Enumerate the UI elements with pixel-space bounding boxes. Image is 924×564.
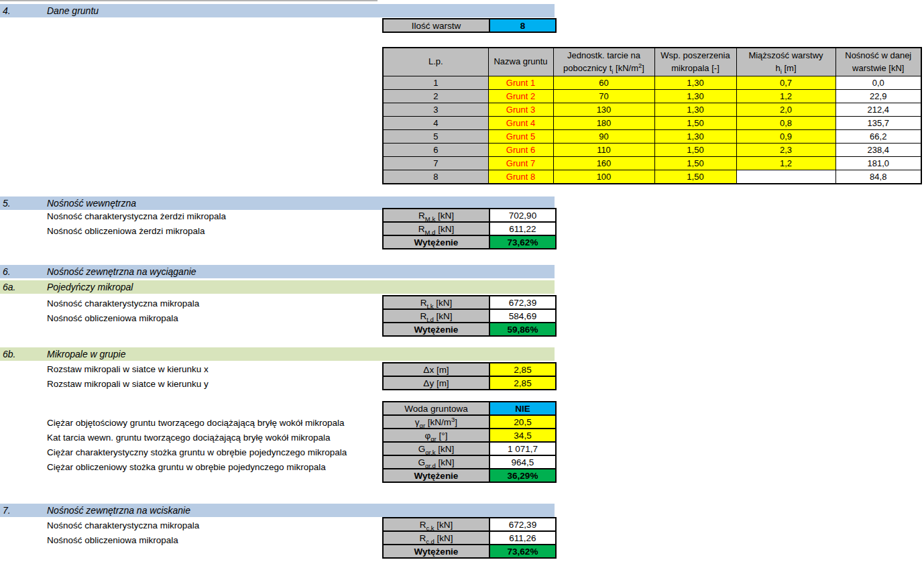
col-header-name: Nazwa gruntu — [488, 48, 553, 76]
grunt-name-cell[interactable]: Grunt 3 — [488, 103, 553, 117]
thickness-cell[interactable]: 2,3 — [736, 144, 835, 157]
friction-cell[interactable]: 70 — [553, 90, 654, 103]
table-row: 2 Grunt 2 70 1,30 1,2 22,9 — [383, 90, 921, 103]
capacity-cell: 0,0 — [835, 76, 921, 90]
capacity-cell: 238,4 — [835, 144, 921, 157]
section-number: 5. — [3, 196, 11, 210]
row-label: Nośność obliczeniowa żerdzi mikropala — [47, 224, 205, 239]
section-number: 6. — [3, 265, 11, 278]
lp-cell: 2 — [383, 90, 488, 103]
grunt-name-cell[interactable]: Grunt 2 — [488, 90, 553, 103]
param-value-cell[interactable]: 34,5 — [489, 429, 556, 442]
param-label-cell: Rc,k [kN] — [383, 518, 489, 531]
param-value-cell[interactable]: 2,85 — [489, 363, 556, 376]
thickness-cell — [736, 170, 835, 184]
friction-cell[interactable]: 130 — [553, 103, 654, 117]
section-number: 4. — [3, 4, 11, 17]
table-row: 5 Grunt 5 90 1,30 0,9 66,2 — [383, 130, 921, 144]
param-label-cell: RM,k [kN] — [383, 209, 489, 222]
widening-cell[interactable]: 1,50 — [654, 170, 736, 184]
param-value-cell: 702,90 — [489, 209, 556, 222]
row-label: Nośność obliczeniowa mikropala — [47, 533, 178, 548]
grunt-name-cell[interactable]: Grunt 6 — [488, 144, 553, 157]
param-value-cell: 611,26 — [489, 531, 556, 545]
soil-layers-table: L.p. Nazwa gruntu Jednostk. tarcie na po… — [382, 47, 922, 184]
thickness-cell[interactable]: 2,0 — [736, 103, 835, 117]
thickness-cell[interactable]: 1,2 — [736, 90, 835, 103]
widening-cell[interactable]: 1,50 — [654, 144, 736, 157]
thickness-cell[interactable]: 0,8 — [736, 117, 835, 130]
top-border-line — [0, 0, 378, 1]
lp-cell: 4 — [383, 117, 488, 130]
section-title: Pojedyńczy mikropal — [47, 280, 133, 294]
param-label-cell: Rt,d [kN] — [383, 309, 489, 323]
friction-cell[interactable]: 110 — [553, 144, 654, 157]
row-label: Ciężar obliczeniowy stożka gruntu w obrę… — [47, 460, 326, 475]
utilization-value-cell: 73,62% — [489, 235, 556, 249]
lp-cell: 3 — [383, 103, 488, 117]
lp-cell: 5 — [383, 130, 488, 144]
friction-cell[interactable]: 100 — [553, 170, 654, 184]
grunt-name-cell[interactable]: Grunt 8 — [488, 170, 553, 184]
utilization-label-cell: Wytężenie — [383, 545, 489, 558]
layer-count-table: Ilość warstw 8 — [382, 18, 557, 33]
thickness-cell[interactable]: 1,2 — [736, 157, 835, 170]
table-row: 7 Grunt 7 160 1,50 1,2 181,0 — [383, 157, 921, 170]
groundwater-value-cell[interactable]: NIE — [489, 402, 556, 415]
widening-cell[interactable]: 1,30 — [654, 103, 736, 117]
utilization-value-cell: 59,86% — [489, 323, 556, 336]
lp-cell: 1 — [383, 76, 488, 90]
capacity-cell: 135,7 — [835, 117, 921, 130]
section6a-results-table: Rt,k [kN] 672,39 Rt,d [kN] 584,69 Wytęże… — [382, 295, 557, 337]
layer-count-value-cell[interactable]: 8 — [489, 19, 556, 32]
col-header-thickness: Miąższość warstwy hi [m] — [736, 48, 835, 76]
param-value-cell[interactable]: 20,5 — [489, 415, 556, 429]
utilization-label-cell: Wytężenie — [383, 323, 489, 336]
param-value-cell: 964,5 — [489, 455, 556, 469]
section6b-header-bar: 6b. Mikropale w grupie — [0, 347, 555, 361]
grunt-name-cell[interactable]: Grunt 1 — [488, 76, 553, 90]
param-label-cell: Rt,k [kN] — [383, 296, 489, 309]
lp-cell: 6 — [383, 144, 488, 157]
section-title: Dane gruntu — [47, 4, 99, 17]
table-row: 6 Grunt 6 110 1,50 2,3 238,4 — [383, 144, 921, 157]
grunt-name-cell[interactable]: Grunt 5 — [488, 130, 553, 144]
param-value-cell[interactable]: 2,85 — [489, 376, 556, 390]
section-title: Nośność zewnętrzna na wyciąganie — [47, 265, 196, 278]
thickness-cell[interactable]: 0,7 — [736, 76, 835, 90]
thickness-cell[interactable]: 0,9 — [736, 130, 835, 144]
widening-cell[interactable]: 1,50 — [654, 117, 736, 130]
lp-cell: 7 — [383, 157, 488, 170]
section-number: 6b. — [3, 347, 15, 361]
friction-cell[interactable]: 160 — [553, 157, 654, 170]
row-label: Ciężar charakterystyczny stożka gruntu w… — [47, 445, 347, 460]
col-header-lp: L.p. — [383, 48, 488, 76]
friction-cell[interactable]: 180 — [553, 117, 654, 130]
widening-cell[interactable]: 1,50 — [654, 157, 736, 170]
spacing-table: Δx [m] 2,85 Δy [m] 2,85 — [382, 362, 557, 390]
row-label: Ciężar objętościowy gruntu tworzącego do… — [47, 416, 344, 431]
param-label-cell: Rc,d [kN] — [383, 531, 489, 545]
grunt-name-cell[interactable]: Grunt 7 — [488, 157, 553, 170]
param-value-cell: 1 071,7 — [489, 442, 556, 455]
table-row: 8 Grunt 8 100 1,50 84,8 — [383, 170, 921, 184]
param-value-cell: 611,22 — [489, 222, 556, 235]
widening-cell[interactable]: 1,30 — [654, 76, 736, 90]
widening-cell[interactable]: 1,30 — [654, 90, 736, 103]
section-number: 6a. — [3, 280, 15, 294]
row-label: Nośność obliczeniowa mikropala — [47, 311, 178, 326]
capacity-cell: 84,8 — [835, 170, 921, 184]
row-label: Nośność charakterystyczna mikropala — [47, 296, 199, 311]
param-label-cell: Δx [m] — [383, 363, 489, 376]
friction-cell[interactable]: 60 — [553, 76, 654, 90]
param-value-cell: 672,39 — [489, 518, 556, 531]
table-header-row: L.p. Nazwa gruntu Jednostk. tarcie na po… — [383, 48, 921, 76]
param-label-cell: φgr [°] — [383, 429, 489, 442]
col-header-friction: Jednostk. tarcie na pobocznicy ti [kN/m2… — [553, 48, 654, 76]
grunt-name-cell[interactable]: Grunt 4 — [488, 117, 553, 130]
capacity-cell: 181,0 — [835, 157, 921, 170]
col-header-capacity: Nośność w danej warstwie [kN] — [835, 48, 921, 76]
friction-cell[interactable]: 90 — [553, 130, 654, 144]
widening-cell[interactable]: 1,30 — [654, 130, 736, 144]
utilization-label-cell: Wytężenie — [383, 469, 489, 482]
